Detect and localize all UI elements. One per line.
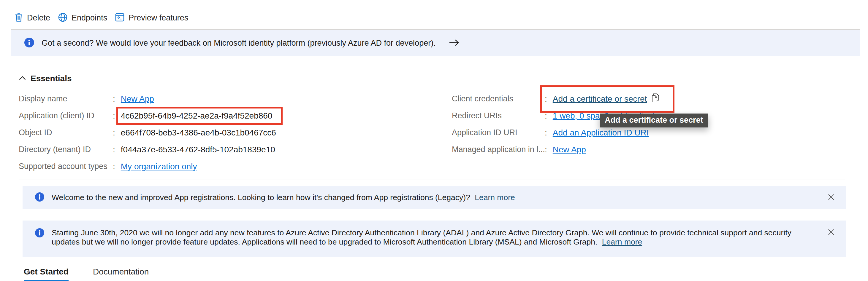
- separator: :: [113, 162, 115, 171]
- info-icon: [24, 38, 34, 48]
- separator: :: [545, 128, 547, 138]
- close-icon[interactable]: [826, 226, 837, 239]
- separator: :: [545, 94, 547, 104]
- add-certificate-or-secret-link[interactable]: Add a certificate or secret: [553, 94, 647, 104]
- arrow-right-icon[interactable]: [448, 39, 460, 48]
- add-application-id-uri-link[interactable]: Add an Application ID URI: [553, 128, 649, 138]
- close-icon[interactable]: [826, 191, 837, 204]
- separator: :: [113, 145, 115, 154]
- row-application-client-id: Application (client) ID : 4c62b95f-64b9-…: [19, 107, 452, 124]
- separator: :: [113, 111, 115, 120]
- preview-features-icon: [115, 13, 124, 23]
- trash-icon: [15, 13, 23, 23]
- application-client-id-label: Application (client) ID: [19, 111, 113, 120]
- highlight-box-client-id: 4c62b95f-64b9-4252-ae2a-f9a4f52eb860: [116, 107, 283, 125]
- supported-account-types-label: Supported account types: [19, 162, 113, 171]
- delete-label: Delete: [27, 13, 50, 23]
- separator: :: [113, 94, 115, 104]
- separator: :: [545, 111, 547, 120]
- managed-application-label: Managed application in l...: [452, 145, 545, 154]
- row-managed-application: Managed application in l... : New App: [452, 141, 845, 158]
- welcome-banner-text: Welcome to the new and improved App regi…: [52, 193, 515, 202]
- application-id-uri-label: Application ID URI: [452, 128, 545, 137]
- separator: :: [545, 145, 547, 154]
- welcome-banner-message: Welcome to the new and improved App regi…: [52, 193, 470, 202]
- preview-features-button[interactable]: Preview features: [115, 13, 188, 23]
- tab-bar: Get Started Documentation: [24, 267, 149, 281]
- row-directory-tenant-id: Directory (tenant) ID : f044a37e-6533-47…: [19, 141, 452, 158]
- row-supported-account-types: Supported account types : My organizatio…: [19, 158, 452, 175]
- delete-button[interactable]: Delete: [15, 13, 50, 23]
- essentials-toggle[interactable]: Essentials: [19, 73, 845, 84]
- supported-account-types-link[interactable]: My organization only: [121, 162, 197, 171]
- adal-banner-message: Starting June 30th, 2020 we will no long…: [52, 228, 792, 246]
- copy-icon[interactable]: [651, 93, 660, 105]
- tab-documentation[interactable]: Documentation: [93, 267, 149, 281]
- adal-deprecation-banner: Starting June 30th, 2020 we will no long…: [23, 220, 846, 257]
- display-name-link[interactable]: New App: [121, 94, 154, 104]
- tooltip: Add a certificate or secret: [600, 113, 708, 128]
- chevron-up-icon: [19, 76, 26, 81]
- directory-tenant-id-label: Directory (tenant) ID: [19, 145, 113, 154]
- info-icon: [35, 192, 44, 203]
- adal-banner-text: Starting June 30th, 2020 we will no long…: [52, 228, 818, 247]
- command-bar: Delete Endpoints Preview features: [0, 0, 868, 29]
- client-credentials-label: Client credentials: [452, 94, 545, 103]
- essentials-grid: Display name : New App Application (clie…: [19, 91, 845, 180]
- info-icon: [35, 228, 44, 239]
- row-object-id: Object ID : e664f708-beb3-4386-ae4b-03c1…: [19, 124, 452, 141]
- endpoints-button[interactable]: Endpoints: [58, 13, 107, 23]
- directory-tenant-id-value: f044a37e-6533-4762-8df5-102ab1839e10: [121, 145, 275, 154]
- globe-icon: [58, 13, 67, 23]
- essentials-right-column: Client credentials : Add a certificate o…: [452, 91, 845, 175]
- highlight-box-client-credentials: : Add a certificate or secret: [540, 85, 675, 113]
- redirect-uris-label: Redirect URIs: [452, 111, 545, 120]
- learn-more-link[interactable]: Learn more: [475, 193, 515, 202]
- tab-get-started[interactable]: Get Started: [24, 267, 69, 281]
- learn-more-link[interactable]: Learn more: [602, 238, 642, 246]
- essentials-title: Essentials: [31, 74, 72, 83]
- row-client-credentials: Client credentials : Add a certificate o…: [452, 91, 845, 107]
- essentials-section: Essentials Display name : New App Applic…: [19, 73, 845, 180]
- managed-application-link[interactable]: New App: [553, 145, 586, 154]
- preview-features-label: Preview features: [128, 13, 188, 23]
- row-display-name: Display name : New App: [19, 91, 452, 107]
- object-id-label: Object ID: [19, 128, 113, 137]
- display-name-label: Display name: [19, 94, 113, 103]
- application-client-id-value: 4c62b95f-64b9-4252-ae2a-f9a4f52eb860: [121, 111, 273, 120]
- feedback-banner: Got a second? We would love your feedbac…: [11, 29, 860, 56]
- separator: :: [113, 128, 115, 138]
- object-id-value: e664f708-beb3-4386-ae4b-03c1b0467cc6: [121, 128, 276, 138]
- welcome-banner: Welcome to the new and improved App regi…: [23, 186, 846, 209]
- feedback-banner-text: Got a second? We would love your feedbac…: [41, 39, 436, 48]
- essentials-left-column: Display name : New App Application (clie…: [19, 91, 452, 175]
- tooltip-text: Add a certificate or secret: [605, 116, 703, 125]
- endpoints-label: Endpoints: [71, 13, 107, 23]
